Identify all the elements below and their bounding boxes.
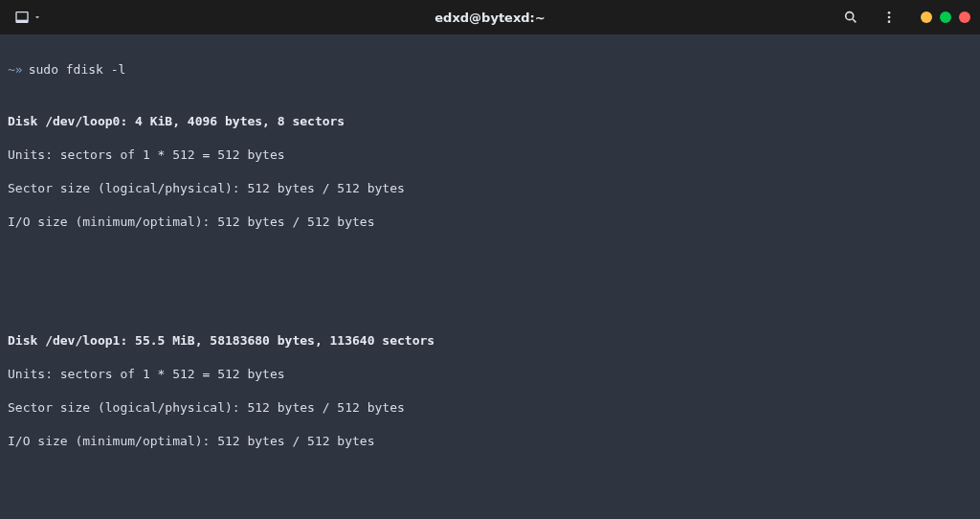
terminal-icon xyxy=(13,9,31,26)
new-tab-button[interactable] xyxy=(10,7,46,28)
window-controls xyxy=(921,11,970,23)
svg-point-6 xyxy=(888,20,891,23)
disk-units: Units: sectors of 1 * 512 = 512 bytes xyxy=(8,366,972,383)
disk-sector: Sector size (logical/physical): 512 byte… xyxy=(8,399,972,417)
titlebar-left xyxy=(10,7,46,28)
prompt-symbol: » xyxy=(15,61,23,79)
disk-units: Units: sectors of 1 * 512 = 512 bytes xyxy=(8,147,972,164)
svg-point-2 xyxy=(846,12,854,20)
close-button[interactable] xyxy=(959,11,970,23)
titlebar: edxd@bytexd:~ xyxy=(0,0,980,34)
disk-header: Disk /dev/loop1: 55.5 MiB, 58183680 byte… xyxy=(8,332,972,350)
block-gap xyxy=(8,264,972,297)
maximize-button[interactable] xyxy=(940,11,951,23)
svg-point-5 xyxy=(888,16,891,19)
window-title: edxd@bytexd:~ xyxy=(434,11,545,25)
titlebar-right xyxy=(838,5,970,30)
search-button[interactable] xyxy=(838,5,863,30)
menu-button[interactable] xyxy=(877,5,902,30)
chevron-down-icon xyxy=(33,11,42,25)
terminal-output[interactable]: ~ »sudo fdisk -l Disk /dev/loop0: 4 KiB,… xyxy=(0,34,980,519)
disk-header: Disk /dev/loop0: 4 KiB, 4096 bytes, 8 se… xyxy=(8,113,972,130)
svg-line-3 xyxy=(853,19,856,22)
block-gap xyxy=(8,484,972,516)
prompt-line: ~ »sudo fdisk -l xyxy=(8,61,972,79)
command-text: sudo fdisk -l xyxy=(29,61,126,79)
prompt-cwd: ~ xyxy=(8,61,15,79)
disk-sector: Sector size (logical/physical): 512 byte… xyxy=(8,180,972,197)
svg-rect-1 xyxy=(16,20,28,23)
minimize-button[interactable] xyxy=(921,11,932,23)
disk-block-1: Disk /dev/loop1: 55.5 MiB, 58183680 byte… xyxy=(8,316,972,467)
disk-io: I/O size (minimum/optimal): 512 bytes / … xyxy=(8,433,972,450)
disk-io: I/O size (minimum/optimal): 512 bytes / … xyxy=(8,214,972,231)
svg-point-4 xyxy=(888,11,891,14)
disk-block-0: Disk /dev/loop0: 4 KiB, 4096 bytes, 8 se… xyxy=(8,97,972,248)
